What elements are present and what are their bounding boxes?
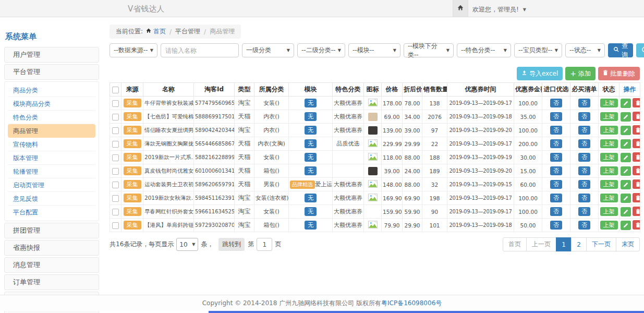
row-checkbox[interactable]: [112, 100, 119, 107]
edit-button[interactable]: [621, 166, 631, 176]
pager-item[interactable]: 首页: [503, 237, 527, 251]
status-badge[interactable]: 上架: [600, 166, 618, 175]
status-badge[interactable]: 上架: [600, 180, 618, 189]
status-badge[interactable]: 上架: [600, 126, 618, 135]
edit-button[interactable]: [621, 126, 631, 135]
filter-level2-category[interactable]: --二级分类--▼: [297, 43, 345, 57]
status-badge[interactable]: 上架: [600, 194, 618, 202]
delete-button[interactable]: [633, 152, 640, 162]
pager-item[interactable]: 上一页: [526, 237, 556, 251]
delete-button[interactable]: [633, 125, 640, 135]
row-checkbox[interactable]: [112, 141, 119, 148]
status-badge[interactable]: 上架: [600, 153, 618, 162]
edit-button[interactable]: [621, 153, 631, 162]
import-excel-button[interactable]: 导入excel: [517, 67, 563, 80]
sidebar-section[interactable]: 拼团管理: [4, 223, 99, 238]
import-select-toggle[interactable]: 否: [550, 180, 562, 189]
edit-button[interactable]: [621, 194, 631, 203]
import-select-toggle[interactable]: 否: [550, 112, 562, 121]
edit-button[interactable]: [621, 221, 631, 230]
filter-data-source[interactable]: --数据来源--▼: [110, 43, 157, 57]
must-buy-toggle[interactable]: 否: [578, 180, 590, 189]
sidebar-section[interactable]: 订单管理: [4, 274, 99, 290]
import-select-toggle[interactable]: 否: [550, 153, 562, 162]
sidebar-item[interactable]: 版本管理: [8, 151, 95, 165]
query-button[interactable]: 查询: [608, 43, 633, 57]
row-checkbox[interactable]: [112, 209, 119, 215]
row-checkbox[interactable]: [112, 222, 119, 229]
filter-level1-category[interactable]: 一级分类▼: [242, 43, 294, 57]
filter-feature-category[interactable]: --特色分类--▼: [457, 43, 511, 57]
filter-name-input[interactable]: [161, 43, 239, 57]
must-buy-toggle[interactable]: 否: [578, 99, 590, 107]
row-checkbox[interactable]: [112, 114, 119, 121]
must-buy-toggle[interactable]: 否: [578, 194, 590, 202]
edit-button[interactable]: [621, 139, 631, 149]
sidebar-item[interactable]: 轮播管理: [8, 165, 95, 178]
import-select-toggle[interactable]: 否: [550, 99, 562, 107]
filter-module[interactable]: --模块--▼: [348, 43, 400, 57]
sidebar-item[interactable]: 模块商品分类: [8, 97, 95, 111]
filter-item-type[interactable]: --宝贝类型--▼: [514, 43, 562, 57]
sidebar-section[interactable]: 消息管理: [4, 257, 99, 273]
sidebar-item[interactable]: 特色分类: [8, 111, 95, 124]
sidebar-section[interactable]: 省惠快报: [4, 240, 99, 256]
delete-button[interactable]: [633, 139, 640, 148]
pager-item[interactable]: 下一页: [586, 237, 616, 251]
import-select-toggle[interactable]: 否: [550, 126, 562, 135]
filter-status[interactable]: --状态--▼: [565, 43, 605, 57]
status-badge[interactable]: 上架: [600, 221, 618, 230]
sidebar-item[interactable]: 启动页管理: [8, 178, 95, 192]
home-button[interactable]: [453, 0, 468, 17]
row-checkbox[interactable]: [112, 182, 119, 188]
status-badge[interactable]: 上架: [600, 99, 618, 107]
sidebar-item[interactable]: 意见反馈: [8, 192, 95, 206]
edit-button[interactable]: [621, 180, 631, 189]
delete-button[interactable]: [633, 112, 640, 121]
must-buy-toggle[interactable]: 否: [578, 207, 590, 216]
edit-button[interactable]: [621, 112, 631, 122]
must-buy-toggle[interactable]: 否: [578, 126, 590, 135]
edit-button[interactable]: [621, 99, 631, 108]
user-menu[interactable]: 欢迎您，管理员! ▼: [472, 5, 526, 14]
import-select-toggle[interactable]: 否: [550, 139, 562, 148]
sidebar-item[interactable]: 宣传物料: [8, 138, 95, 151]
pager-item[interactable]: 末页: [616, 237, 640, 251]
sidebar-item[interactable]: 平台配置: [8, 206, 95, 219]
must-buy-toggle[interactable]: 否: [578, 221, 590, 230]
select-all-checkbox[interactable]: [112, 87, 119, 93]
jump-button[interactable]: 跳转到: [218, 238, 245, 251]
import-select-toggle[interactable]: 否: [550, 166, 562, 175]
per-page-select[interactable]: 10 ▼: [176, 238, 198, 251]
delete-button[interactable]: [633, 193, 640, 202]
page-number-input[interactable]: [257, 238, 272, 251]
pager-item[interactable]: 1: [556, 237, 572, 251]
sidebar-section[interactable]: 用户管理: [4, 47, 99, 63]
import-select-toggle[interactable]: 否: [550, 207, 562, 216]
breadcrumb-home-link[interactable]: 首页: [153, 27, 166, 36]
filter-module-subcategory[interactable]: --模块下分类--▼: [404, 43, 454, 57]
sidebar-item[interactable]: 商品管理: [8, 124, 95, 138]
row-checkbox[interactable]: [112, 127, 119, 134]
delete-button[interactable]: [633, 166, 640, 175]
add-button[interactable]: + 添加: [565, 67, 596, 80]
row-checkbox[interactable]: [112, 154, 119, 161]
must-buy-toggle[interactable]: 否: [578, 153, 590, 162]
edit-button[interactable]: [621, 207, 631, 216]
status-badge[interactable]: 上架: [600, 112, 618, 121]
delete-button[interactable]: [633, 207, 640, 216]
status-badge[interactable]: 上架: [600, 139, 618, 148]
icp-link[interactable]: 粤ICP备16098006号: [381, 299, 442, 308]
sidebar-section[interactable]: 平台管理: [4, 64, 99, 80]
sidebar-item[interactable]: 商品分类: [8, 83, 95, 97]
row-checkbox[interactable]: [112, 168, 119, 175]
import-select-toggle[interactable]: 否: [550, 221, 562, 230]
pager-item[interactable]: 2: [571, 237, 587, 251]
reset-button[interactable]: 重置: [636, 43, 644, 57]
delete-button[interactable]: [633, 179, 640, 189]
import-select-toggle[interactable]: 否: [550, 194, 562, 202]
must-buy-toggle[interactable]: 否: [578, 112, 590, 121]
delete-button[interactable]: [633, 220, 640, 230]
delete-button[interactable]: [633, 98, 640, 107]
status-badge[interactable]: 上架: [600, 207, 618, 216]
